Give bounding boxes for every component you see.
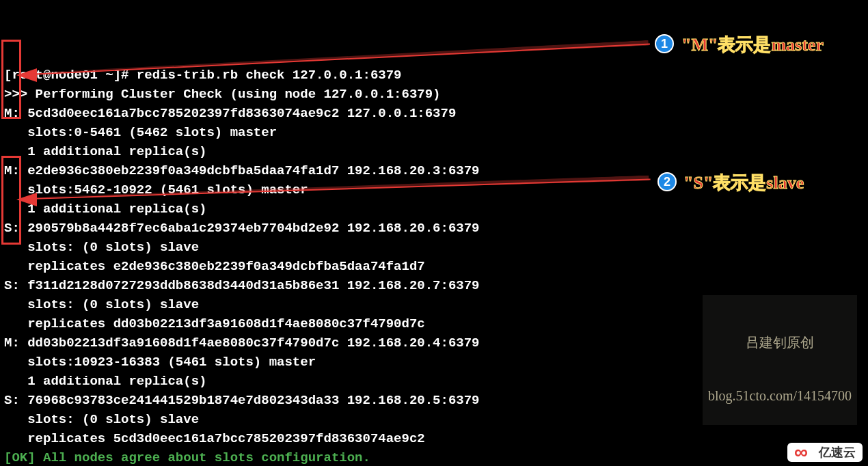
- terminal-line: S: 290579b8a4428f7ec6aba1c29374eb7704bd2…: [4, 219, 864, 238]
- terminal-line: M: 5cd3d0eec161a7bcc785202397fd8363074ae…: [4, 104, 864, 123]
- watermark-author-name: 吕建钊原创: [708, 333, 852, 351]
- terminal-line: slots:0-5461 (5462 slots) master: [4, 123, 864, 142]
- terminal-line: 1 additional replica(s): [4, 142, 864, 161]
- infinity-icon: [794, 446, 815, 459]
- terminal-line: replicates e2de936c380eb2239f0a349dcbfba…: [4, 257, 864, 276]
- watermark-brand: 亿速云: [787, 443, 863, 462]
- arrow-head-master: [16, 68, 37, 82]
- terminal-line: [OK] All nodes agree about slots configu…: [4, 448, 864, 466]
- watermark-author: 吕建钊原创 blog.51cto.com/14154700: [703, 295, 857, 425]
- terminal-line: replicates 5cd3d0eec161a7bcc785202397fd8…: [4, 429, 864, 448]
- terminal-line: >>> Performing Cluster Check (using node…: [4, 85, 864, 104]
- arrow-head-slave: [16, 193, 37, 206]
- terminal-line: slots: (0 slots) slave: [4, 238, 864, 257]
- badge-1: 1: [655, 34, 674, 53]
- terminal-line: S: f311d2128d0727293ddb8638d3440d31a5b86…: [4, 276, 864, 295]
- terminal-line: 1 additional replica(s): [4, 200, 864, 219]
- badge-2: 2: [657, 172, 677, 191]
- watermark-author-blog: blog.51cto.com/14154700: [708, 387, 852, 405]
- annotation-slave: "S"表示是slave: [683, 171, 804, 195]
- watermark-brand-text: 亿速云: [819, 444, 856, 461]
- annotation-master: "M"表示是master: [681, 33, 824, 57]
